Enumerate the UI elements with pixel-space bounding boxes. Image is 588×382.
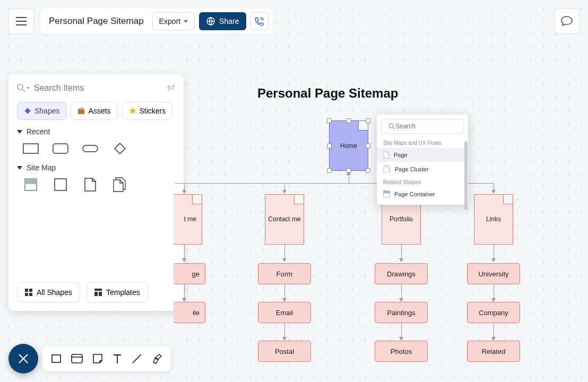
canvas-title[interactable]: Personal Page Sitemap (257, 86, 398, 101)
node-box[interactable]: Paintings (375, 302, 428, 323)
tool-text[interactable] (113, 353, 122, 364)
tab-stickers[interactable]: Stickers (122, 102, 173, 120)
svg-rect-7 (83, 145, 98, 152)
tab-shapes[interactable]: Shapes (17, 102, 66, 120)
connector-arrow (399, 298, 403, 302)
node-box[interactable]: University (467, 263, 520, 284)
section-sitemap[interactable]: Site Map (17, 163, 175, 172)
shape-rectangle[interactable] (21, 141, 40, 156)
node-label: Paintings (387, 309, 415, 317)
popup-item-page[interactable]: Page (377, 148, 468, 162)
connector-arrow (182, 258, 186, 262)
search-dropdown[interactable] (17, 84, 30, 92)
shape-pill[interactable] (81, 141, 100, 156)
svg-rect-13 (29, 289, 32, 292)
all-shapes-button[interactable]: All Shapes (17, 282, 80, 302)
tool-highlighter[interactable] (152, 353, 162, 364)
node-label: Related (482, 348, 506, 355)
item-label: Page (394, 152, 408, 158)
svg-rect-8 (115, 143, 125, 154)
item-label: Page Cluster (395, 166, 429, 172)
shape-rounded-rect[interactable] (51, 141, 70, 156)
menu-button[interactable] (8, 8, 34, 34)
shape-page-container[interactable] (21, 177, 40, 192)
shape-diamond[interactable] (110, 141, 129, 156)
node-box[interactable]: ge (174, 263, 205, 284)
node-box[interactable]: ile (174, 302, 205, 323)
popup-item-page-container[interactable]: Page Container (377, 187, 468, 201)
chevron-down-icon (17, 130, 22, 134)
svg-rect-16 (94, 289, 102, 291)
svg-point-1 (18, 84, 23, 90)
svg-rect-15 (29, 293, 32, 296)
node-label: University (478, 270, 508, 278)
export-label: Export (159, 17, 180, 25)
node-box[interactable]: Related (467, 341, 520, 362)
node-label: Form (276, 270, 292, 278)
svg-rect-2 (24, 108, 30, 114)
briefcase-icon (77, 107, 85, 115)
comment-icon (561, 16, 573, 27)
call-button[interactable] (250, 12, 269, 30)
node-label: t me (174, 195, 202, 244)
section-recent[interactable]: Recent (17, 127, 175, 136)
pin-button[interactable] (167, 83, 175, 93)
node-box[interactable]: Email (258, 302, 311, 323)
document-title[interactable]: Personal Page Sitemap (49, 16, 152, 27)
templates-button[interactable]: Templates (87, 282, 148, 302)
node-box[interactable]: Postal (258, 341, 311, 362)
export-button[interactable]: Export (152, 12, 195, 30)
node-page[interactable]: t me (174, 194, 202, 245)
popup-item-page-cluster[interactable]: Page Cluster (377, 162, 468, 176)
node-label: ge (192, 270, 200, 278)
shapes-panel: Shapes Assets Stickers Recent Site Map A (8, 74, 184, 311)
comments-button[interactable] (554, 8, 580, 34)
node-label: Email (276, 309, 293, 317)
connector-arrow (399, 337, 403, 341)
node-box[interactable]: Drawings (375, 263, 428, 284)
popup-scrollbar[interactable] (464, 141, 468, 210)
svg-point-21 (389, 124, 393, 128)
connector (401, 284, 402, 299)
button-label: Templates (106, 288, 140, 297)
connector (401, 245, 402, 259)
grid-icon (25, 289, 32, 296)
close-panel-button[interactable] (8, 344, 38, 374)
tool-line[interactable] (132, 353, 142, 364)
tool-sticky-note[interactable] (92, 353, 103, 364)
page-container-icon (383, 190, 390, 197)
connector (184, 245, 185, 259)
tool-card[interactable] (71, 354, 83, 363)
connector-arrow (182, 298, 186, 302)
share-button[interactable]: Share (199, 12, 246, 30)
tool-rectangle[interactable] (51, 353, 62, 364)
hamburger-icon (16, 17, 27, 25)
chevron-down-icon (27, 87, 30, 89)
layout-icon (94, 289, 102, 296)
node-label: Photos (391, 348, 412, 355)
search-icon (17, 84, 25, 92)
tab-label: Stickers (140, 107, 166, 115)
node-page[interactable]: Links (474, 194, 513, 245)
node-box[interactable]: Photos (375, 341, 428, 362)
connector-arrow (282, 298, 287, 302)
diamond-icon (24, 107, 31, 115)
svg-rect-19 (52, 355, 60, 362)
node-home[interactable]: Home (329, 120, 368, 171)
shape-page-cluster[interactable] (110, 177, 129, 192)
connector (494, 284, 494, 299)
node-label: Links (474, 195, 513, 244)
search-input[interactable] (34, 83, 162, 93)
node-page[interactable]: Contact me (265, 194, 304, 245)
node-box[interactable]: Company (467, 302, 520, 323)
connector-arrow (399, 258, 403, 262)
shape-page[interactable] (81, 177, 100, 192)
shape-blank-page[interactable] (51, 177, 70, 192)
share-label: Share (219, 17, 239, 25)
connector-arrow (491, 190, 496, 194)
tab-assets[interactable]: Assets (71, 102, 117, 120)
node-label: Company (479, 309, 508, 317)
node-box[interactable]: Form (258, 263, 311, 284)
connector-arrow (282, 190, 287, 194)
page-icon (383, 151, 390, 159)
